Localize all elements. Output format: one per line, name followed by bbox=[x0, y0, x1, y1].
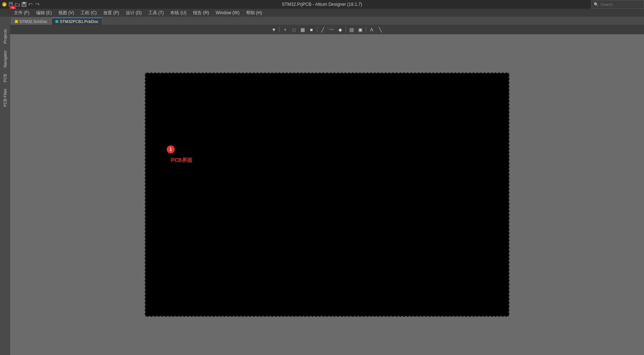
layer-btn[interactable]: ▤ bbox=[348, 26, 356, 33]
chart-btn[interactable]: ▦ bbox=[299, 26, 307, 33]
tab-bar: STM32.SchDocSTM32PCB1.PcbDoc bbox=[0, 17, 644, 25]
solid-btn[interactable]: ■ bbox=[307, 26, 315, 33]
title-bar: A bbox=[0, 0, 644, 9]
sidebar-item-navigator[interactable]: Navigator bbox=[1, 47, 9, 70]
tab-label-pcb: STM32PCB1.PcbDoc bbox=[60, 19, 98, 24]
open-icon[interactable] bbox=[15, 1, 20, 7]
menu-item-file[interactable]: 文件 (F) bbox=[11, 9, 32, 17]
tab-dot-sch bbox=[15, 20, 18, 23]
toolbar-separator-8 bbox=[346, 27, 346, 32]
undo-icon[interactable] bbox=[28, 1, 34, 7]
svg-rect-7 bbox=[23, 5, 26, 6]
menu-item-route[interactable]: 布线 (U) bbox=[167, 9, 189, 17]
toolbar-separator-5 bbox=[317, 27, 317, 32]
filter-btn[interactable]: ▼ bbox=[270, 26, 278, 33]
menu-item-place[interactable]: 放置 (P) bbox=[100, 9, 122, 17]
tab-dot-pcb bbox=[55, 20, 58, 23]
tab-sch[interactable]: STM32.SchDoc bbox=[11, 17, 51, 25]
window-title: STM32.PrjPCB - Altium Designer (18.1.7) bbox=[282, 2, 362, 7]
menu-item-report[interactable]: 报告 (R) bbox=[190, 9, 212, 17]
menu-item-help[interactable]: 帮助 (H) bbox=[243, 9, 265, 17]
svg-rect-6 bbox=[23, 2, 26, 4]
line-btn[interactable]: ╱ bbox=[319, 26, 327, 33]
sidebar-item-pcb-filter[interactable]: PCB Filter bbox=[1, 86, 9, 110]
pcb-board[interactable]: 1 PCB界面 bbox=[145, 73, 509, 317]
sidebar-item-projects[interactable]: Projects bbox=[1, 26, 9, 47]
left-sidebar: ProjectsNavigatorPCBPCB Filter bbox=[0, 25, 10, 355]
pcb-label: PCB界面 bbox=[171, 157, 192, 164]
tab-pcb[interactable]: STM32PCB1.PcbDoc bbox=[51, 17, 102, 25]
toolbar: ▼+□▦■╱〰◆▤▣A╲ bbox=[10, 25, 644, 34]
redo-icon[interactable] bbox=[34, 1, 40, 7]
menu-item-design[interactable]: 设计 (D) bbox=[123, 9, 145, 17]
wave-btn[interactable]: 〰 bbox=[327, 26, 335, 33]
pen-btn[interactable]: ╲ bbox=[376, 26, 384, 33]
text-btn[interactable]: A bbox=[368, 26, 376, 33]
rect-btn[interactable]: □ bbox=[290, 26, 298, 33]
menu-item-tools[interactable]: 工具 (T) bbox=[146, 9, 167, 17]
menu-item-edit[interactable]: 编辑 (E) bbox=[33, 9, 55, 17]
app-logo: A bbox=[1, 1, 7, 7]
svg-text:A: A bbox=[3, 3, 5, 7]
tab-label-sch: STM32.SchDoc bbox=[19, 19, 47, 24]
menu-item-project[interactable]: 工程 (C) bbox=[78, 9, 100, 17]
search-icon: 🔍 bbox=[594, 2, 599, 7]
app-icons-group: A bbox=[0, 0, 40, 9]
menu-item-view[interactable]: 视图 (V) bbox=[55, 9, 77, 17]
main-canvas[interactable]: 1 PCB界面 bbox=[10, 34, 644, 355]
toolbar-separator-10 bbox=[366, 27, 366, 32]
menu-bar: 文件 (F)编辑 (E)视图 (V)工程 (C)放置 (P)设计 (D)工具 (… bbox=[0, 9, 644, 17]
save-icon[interactable] bbox=[21, 1, 27, 7]
annotation-badge-1: 1 bbox=[167, 145, 175, 153]
grid-btn[interactable]: ▣ bbox=[356, 26, 364, 33]
menu-item-window[interactable]: Window (W) bbox=[213, 9, 242, 16]
toolbar-separator-0 bbox=[279, 27, 280, 32]
add-btn[interactable]: + bbox=[281, 26, 289, 33]
sidebar-item-pcb[interactable]: PCB bbox=[1, 71, 9, 85]
search-input[interactable] bbox=[600, 2, 641, 7]
pad-btn[interactable]: ◆ bbox=[336, 26, 344, 33]
search-box[interactable]: 🔍 bbox=[591, 0, 644, 9]
